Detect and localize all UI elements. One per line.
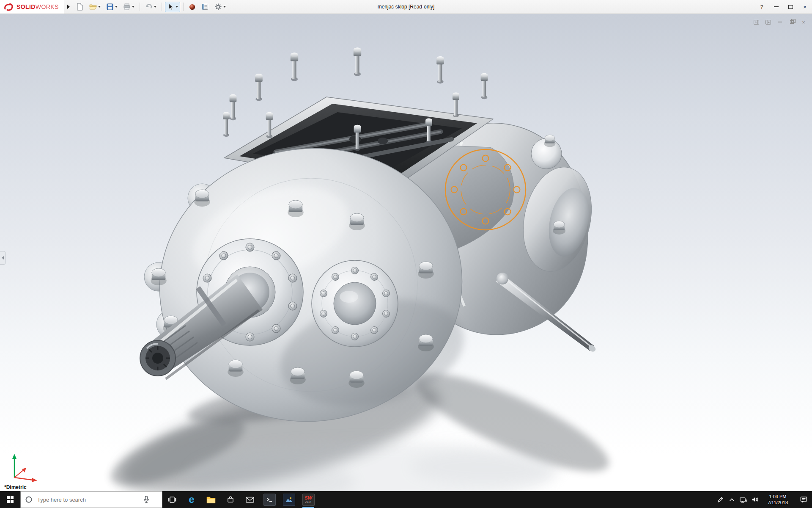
titlebar: SOLIDWORKS [0, 0, 812, 14]
feature-manager-collapsed-tab[interactable] [0, 251, 5, 265]
print-icon [123, 3, 131, 11]
select-cursor-icon [167, 3, 174, 11]
doc-restore-icon[interactable] [788, 19, 795, 25]
document-window-controls: × [753, 19, 807, 25]
network-icon[interactable] [738, 491, 749, 508]
graphics-viewport[interactable]: × *Dimetric [0, 14, 812, 491]
doc-close-icon[interactable]: × [800, 19, 807, 25]
taskbar-clock[interactable]: 1:04 PM 7/11/2018 [760, 491, 795, 508]
close-button[interactable]: × [798, 0, 812, 14]
console-button[interactable] [260, 491, 279, 508]
ds-logo-icon [3, 3, 14, 11]
view-orientation-label: *Dimetric [4, 484, 27, 490]
edge-button[interactable]: e [182, 491, 201, 508]
clock-date: 7/11/2018 [768, 500, 788, 505]
pane-right-icon[interactable] [765, 19, 771, 25]
hidden-icons-chevron[interactable] [726, 491, 738, 508]
mail-envelope-icon [246, 497, 254, 503]
minimize-button[interactable] [769, 0, 783, 14]
help-button[interactable]: ? [754, 0, 769, 14]
quick-access-toolbar [74, 1, 228, 12]
window-controls: ? × [754, 0, 812, 14]
task-view-button[interactable] [162, 491, 182, 508]
save-button[interactable] [104, 1, 120, 12]
search-input[interactable] [36, 496, 140, 503]
design-binder-icon [201, 3, 209, 11]
print-button[interactable] [121, 1, 137, 12]
cortana-icon [25, 496, 33, 503]
save-dropdown-caret[interactable] [115, 6, 118, 8]
taskbar: e [0, 491, 812, 508]
volume-icon[interactable] [749, 491, 760, 508]
new-document-button[interactable] [74, 1, 86, 12]
edge-icon: e [189, 494, 194, 505]
taskbar-search[interactable] [20, 491, 162, 508]
window-title: menjac sklop [Read-only] [378, 4, 435, 10]
select-tool-button[interactable] [165, 2, 180, 12]
toolbar-separator [183, 3, 184, 11]
store-button[interactable] [221, 491, 240, 508]
photos-icon [283, 494, 295, 506]
orientation-triad-icon [3, 443, 44, 483]
task-view-icon [168, 497, 176, 503]
system-tray: 1:04 PM 7/11/2018 [715, 491, 812, 508]
windows-logo-icon [7, 496, 14, 503]
brand-bold: SOLID [16, 3, 36, 10]
start-button[interactable] [0, 491, 20, 508]
brand-text: SOLIDWORKS [16, 3, 59, 10]
appearance-button[interactable] [187, 2, 198, 12]
maximize-button[interactable] [783, 0, 798, 14]
center-boss[interactable] [312, 260, 398, 347]
solidworks-taskbar-button[interactable]: SW 2017 [299, 491, 318, 508]
solidworks-window: SOLIDWORKS [0, 0, 812, 508]
pen-workspace-icon[interactable] [715, 491, 726, 508]
store-bag-icon [227, 496, 234, 503]
clock-time: 1:04 PM [769, 494, 787, 500]
design-binder-button[interactable] [199, 1, 211, 12]
file-explorer-icon [206, 496, 216, 503]
console-icon [263, 494, 276, 506]
open-dropdown-caret[interactable] [98, 6, 101, 8]
toolbar-separator [140, 3, 140, 11]
print-dropdown-caret[interactable] [132, 6, 134, 8]
appearance-sphere-icon [189, 3, 196, 11]
solidworks-logo: SOLIDWORKS [0, 0, 64, 14]
file-explorer-button[interactable] [201, 491, 221, 508]
undo-button[interactable] [143, 1, 159, 12]
select-dropdown-caret[interactable] [176, 6, 178, 8]
brand-light: WORKS [36, 3, 59, 10]
pane-left-icon[interactable] [753, 19, 760, 25]
gearbox-3d-model[interactable] [0, 14, 812, 491]
undo-dropdown-caret[interactable] [154, 6, 156, 8]
options-dropdown-caret[interactable] [223, 6, 226, 8]
solidworks-2017-icon: SW 2017 [302, 494, 315, 506]
microphone-icon[interactable] [143, 496, 149, 503]
mail-button[interactable] [240, 491, 260, 508]
toolbar-separator [162, 3, 162, 11]
open-folder-icon [89, 3, 97, 11]
photos-button[interactable] [279, 491, 299, 508]
doc-minimize-icon[interactable] [776, 19, 783, 25]
open-button[interactable] [87, 1, 103, 12]
undo-icon [145, 3, 153, 11]
gear-icon [214, 3, 222, 11]
save-floppy-icon [106, 3, 114, 11]
menu-flyout-icon[interactable] [67, 5, 70, 9]
action-center-icon[interactable] [795, 491, 812, 508]
options-button[interactable] [212, 1, 228, 12]
new-document-icon [76, 3, 84, 11]
